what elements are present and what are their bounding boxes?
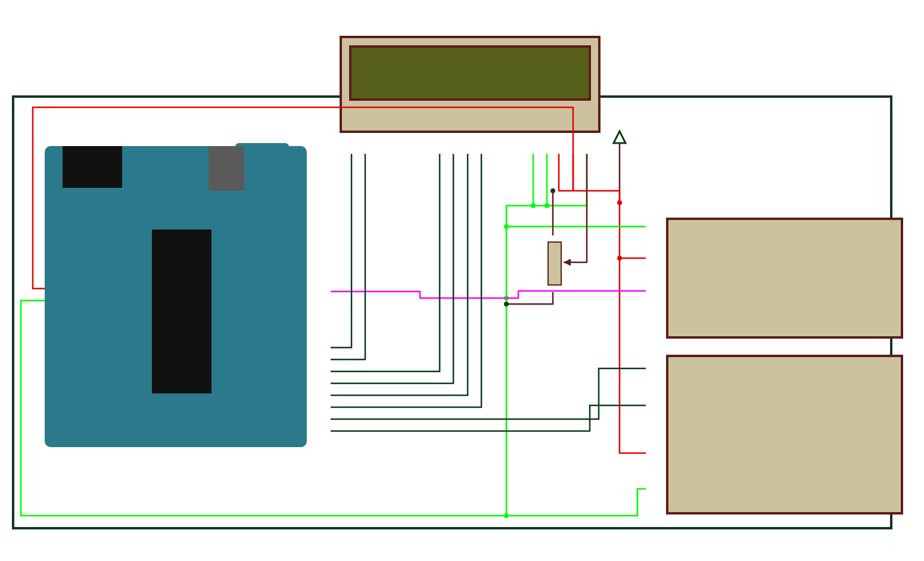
- potentiometer: [545, 235, 562, 289]
- gsm-module: [666, 355, 903, 514]
- usb-connector: [63, 146, 122, 188]
- mcu-chip: [152, 230, 211, 393]
- arduino-board: [45, 146, 307, 447]
- lcd-component: [340, 36, 601, 133]
- gps-module: [666, 218, 903, 339]
- barrel-jack: [209, 146, 244, 191]
- lcd-screen: [349, 45, 591, 101]
